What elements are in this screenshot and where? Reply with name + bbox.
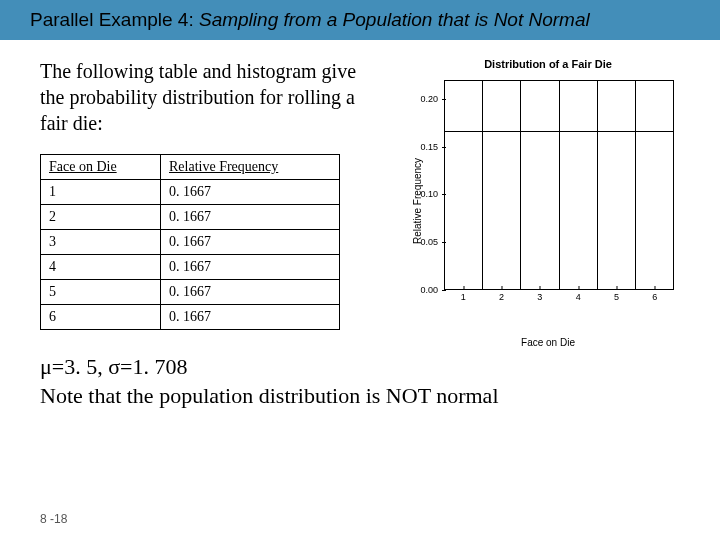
chart-area: Relative Frequency 0.00 0.05 0.10 0.15 0…	[408, 76, 688, 326]
frequency-table: Face on Die Relative Frequency 10. 1667 …	[40, 154, 340, 330]
bar	[598, 81, 636, 289]
bar	[483, 81, 521, 289]
table-row: 50. 1667	[41, 279, 340, 304]
x-tick: 3	[537, 292, 542, 302]
chart-title: Distribution of a Fair Die	[398, 58, 698, 70]
note-line: Note that the population distribution is…	[40, 381, 692, 411]
content-area: The following table and histogram give t…	[0, 40, 720, 338]
col-header-face: Face on Die	[41, 154, 161, 179]
table-row: 20. 1667	[41, 204, 340, 229]
table-row: 10. 1667	[41, 179, 340, 204]
bar	[560, 81, 598, 289]
x-tick: 6	[652, 292, 657, 302]
x-tick: 1	[461, 292, 466, 302]
table-row: 30. 1667	[41, 229, 340, 254]
table-header-row: Face on Die Relative Frequency	[41, 154, 340, 179]
title-rest: Sampling from a Population that is Not N…	[194, 9, 590, 30]
left-column: The following table and histogram give t…	[40, 58, 380, 338]
x-ticks: 1 2 3 4 5 6	[444, 292, 674, 306]
bars-container	[445, 81, 673, 289]
table-row: 40. 1667	[41, 254, 340, 279]
y-tick: 0.00	[408, 285, 442, 295]
slide-title-bar: Parallel Example 4: Sampling from a Popu…	[0, 0, 720, 40]
y-ticks: 0.00 0.05 0.10 0.15 0.20	[408, 80, 442, 290]
y-tick: 0.05	[408, 237, 442, 247]
x-tick: 5	[614, 292, 619, 302]
footer-text: μ=3. 5, σ=1. 708 Note that the populatio…	[0, 338, 720, 411]
stats-line: μ=3. 5, σ=1. 708	[40, 352, 692, 382]
bar	[636, 81, 673, 289]
chart-column: Distribution of a Fair Die Relative Freq…	[398, 58, 698, 338]
x-axis-label: Face on Die	[408, 337, 688, 348]
y-tick: 0.20	[408, 94, 442, 104]
title-lead: Parallel Example 4:	[30, 9, 194, 30]
bar	[445, 81, 483, 289]
x-tick: 2	[499, 292, 504, 302]
intro-text: The following table and histogram give t…	[40, 58, 380, 136]
x-tick: 4	[576, 292, 581, 302]
y-tick: 0.15	[408, 142, 442, 152]
slide-number: 8 -18	[40, 512, 67, 526]
y-tick: 0.10	[408, 189, 442, 199]
table-row: 60. 1667	[41, 304, 340, 329]
bar	[521, 81, 559, 289]
col-header-freq: Relative Frequency	[161, 154, 340, 179]
plot-box	[444, 80, 674, 290]
